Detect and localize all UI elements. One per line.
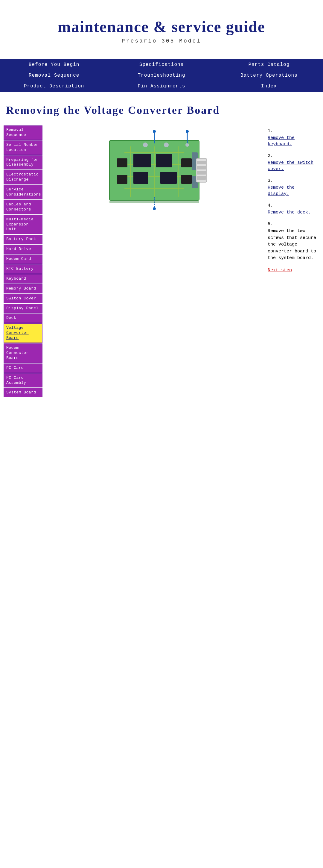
sidebar-item-modem-card[interactable]: Modem Card xyxy=(4,254,42,264)
sidebar-item-preparing-for-disassembly[interactable]: Preparing for Disassembly xyxy=(4,155,42,170)
circuit-board-diagram xyxy=(101,128,208,212)
nav-cell-2-0[interactable]: Product Description xyxy=(0,81,108,92)
svg-rect-29 xyxy=(197,161,206,164)
nav-cell-2-2[interactable]: Index xyxy=(215,81,323,92)
nav-cell-1-1[interactable]: Troubleshooting xyxy=(108,70,215,81)
step-link-3[interactable]: Remove the display. xyxy=(268,184,319,197)
nav-link-product-description[interactable]: Product Description xyxy=(24,84,84,89)
step-link-2[interactable]: Remove the switch cover. xyxy=(268,160,319,172)
svg-rect-10 xyxy=(156,154,172,167)
nav-link-removal-sequence[interactable]: Removal Sequence xyxy=(29,73,79,78)
sidebar-link-16[interactable]: Voltage Converter Board xyxy=(6,326,40,341)
svg-rect-14 xyxy=(117,175,128,184)
step-link-4[interactable]: Remove the deck. xyxy=(268,209,319,216)
step-1: 1.Remove the keyboard. xyxy=(268,128,319,147)
next-step-link[interactable]: Next step xyxy=(268,268,319,273)
svg-rect-12 xyxy=(160,172,177,184)
sidebar-link-7[interactable]: Battery Pack xyxy=(6,237,40,242)
svg-rect-30 xyxy=(197,166,206,169)
page-subtitle: Presario 305 Model xyxy=(0,38,323,44)
sidebar-item-hard-drive[interactable]: Hard Drive xyxy=(4,245,42,254)
sidebar-item-display-panel[interactable]: Display Panel xyxy=(4,304,42,313)
sidebar: Removal SequenceSerial Number LocationPr… xyxy=(4,125,42,398)
sidebar-item-system-board[interactable]: System Board xyxy=(4,388,42,397)
sidebar-link-2[interactable]: Preparing for Disassembly xyxy=(6,157,40,168)
sidebar-link-20[interactable]: System Board xyxy=(6,390,40,395)
sidebar-link-6[interactable]: Multi-media Expansion Unit xyxy=(6,217,40,232)
sidebar-link-1[interactable]: Serial Number Location xyxy=(6,143,40,153)
section-title: Removing the Voltage Converter Board xyxy=(6,104,323,117)
nav-link-pin-assignments[interactable]: Pin Assignments xyxy=(138,84,185,89)
svg-point-18 xyxy=(164,143,169,147)
sidebar-item-cables-and-connectors[interactable]: Cables and Connectors xyxy=(4,200,42,214)
nav-link-troubleshooting[interactable]: Troubleshooting xyxy=(138,73,185,78)
svg-rect-9 xyxy=(133,154,151,167)
svg-rect-33 xyxy=(109,200,199,203)
step-text-5: Remove the two screws that secure the vo… xyxy=(268,228,319,262)
sidebar-item-removal-sequence[interactable]: Removal Sequence xyxy=(4,125,42,140)
header: maintenance & service guide Presario 305… xyxy=(0,0,323,53)
sidebar-link-12[interactable]: Memory Board xyxy=(6,286,40,291)
nav-cell-1-0[interactable]: Removal Sequence xyxy=(0,70,108,81)
nav-link-parts-catalog[interactable]: Parts Catalog xyxy=(248,62,289,67)
sidebar-link-9[interactable]: Modem Card xyxy=(6,257,40,262)
sidebar-item-battery-pack[interactable]: Battery Pack xyxy=(4,235,42,244)
page-wrapper: maintenance & service guide Presario 305… xyxy=(0,0,323,398)
sidebar-item-voltage-converter-board[interactable]: Voltage Converter Board xyxy=(4,323,42,343)
sidebar-link-4[interactable]: Service Considerations xyxy=(6,187,40,197)
sidebar-link-0[interactable]: Removal Sequence xyxy=(6,128,40,138)
instructions-panel: 1.Remove the keyboard.2.Remove the switc… xyxy=(263,125,323,276)
sidebar-item-serial-number-location[interactable]: Serial Number Location xyxy=(4,141,42,155)
step-3: 3.Remove the display. xyxy=(268,178,319,197)
nav-cell-0-0[interactable]: Before You Begin xyxy=(0,59,108,70)
sidebar-link-14[interactable]: Display Panel xyxy=(6,306,40,311)
nav-cell-0-2[interactable]: Parts Catalog xyxy=(215,59,323,70)
sidebar-item-keyboard[interactable]: Keyboard xyxy=(4,274,42,283)
sidebar-item-service-considerations[interactable]: Service Considerations xyxy=(4,185,42,199)
step-2: 2.Remove the switch cover. xyxy=(268,153,319,172)
svg-rect-11 xyxy=(133,172,148,184)
svg-rect-32 xyxy=(197,176,206,180)
svg-rect-15 xyxy=(181,158,192,167)
sidebar-item-pc-card-assembly[interactable]: PC Card Assembly xyxy=(4,373,42,388)
step-number-3: 3. xyxy=(268,178,319,183)
sidebar-link-11[interactable]: Keyboard xyxy=(6,276,40,281)
sidebar-link-8[interactable]: Hard Drive xyxy=(6,247,40,252)
nav-link-battery-operations[interactable]: Battery Operations xyxy=(241,73,297,78)
sidebar-item-memory-board[interactable]: Memory Board xyxy=(4,284,42,293)
sidebar-item-rtc-battery[interactable]: RTC Battery xyxy=(4,265,42,274)
sidebar-item-modem-connector-board[interactable]: Modem Connector Board xyxy=(4,343,42,363)
nav-cell-0-1[interactable]: Specifications xyxy=(108,59,215,70)
nav-cell-2-1[interactable]: Pin Assignments xyxy=(108,81,215,92)
step-number-5: 5. xyxy=(268,222,319,227)
sidebar-link-13[interactable]: Switch Cover xyxy=(6,296,40,301)
svg-point-19 xyxy=(185,143,189,147)
image-area xyxy=(45,125,263,215)
sidebar-item-deck[interactable]: Deck xyxy=(4,313,42,323)
sidebar-item-multi-media-expansion-unit[interactable]: Multi-media Expansion Unit xyxy=(4,215,42,235)
sidebar-item-pc-card[interactable]: PC Card xyxy=(4,364,42,373)
sidebar-link-10[interactable]: RTC Battery xyxy=(6,267,40,272)
sidebar-item-electrostatic-discharge[interactable]: Electrostatic Discharge xyxy=(4,170,42,184)
sidebar-item-switch-cover[interactable]: Switch Cover xyxy=(4,294,42,303)
step-number-2: 2. xyxy=(268,153,319,158)
main-content: Removal SequenceSerial Number LocationPr… xyxy=(0,125,323,398)
nav-link-before-you-begin[interactable]: Before You Begin xyxy=(29,62,79,67)
step-link-1[interactable]: Remove the keyboard. xyxy=(268,135,319,147)
nav-link-specifications[interactable]: Specifications xyxy=(139,62,184,67)
svg-rect-16 xyxy=(181,175,192,184)
nav-cell-1-2[interactable]: Battery Operations xyxy=(215,70,323,81)
sidebar-link-3[interactable]: Electrostatic Discharge xyxy=(6,172,40,182)
svg-rect-13 xyxy=(117,158,128,167)
nav-link-index[interactable]: Index xyxy=(261,84,277,89)
step-4: 4.Remove the deck. xyxy=(268,203,319,216)
svg-point-27 xyxy=(153,207,156,210)
sidebar-link-17[interactable]: Modem Connector Board xyxy=(6,345,40,361)
sidebar-link-18[interactable]: PC Card xyxy=(6,366,40,371)
sidebar-link-5[interactable]: Cables and Connectors xyxy=(6,202,40,212)
step-number-4: 4. xyxy=(268,203,319,208)
step-number-1: 1. xyxy=(268,128,319,133)
sidebar-link-15[interactable]: Deck xyxy=(6,316,40,321)
sidebar-link-19[interactable]: PC Card Assembly xyxy=(6,375,40,385)
nav-table: Before You BeginSpecificationsParts Cata… xyxy=(0,59,323,92)
